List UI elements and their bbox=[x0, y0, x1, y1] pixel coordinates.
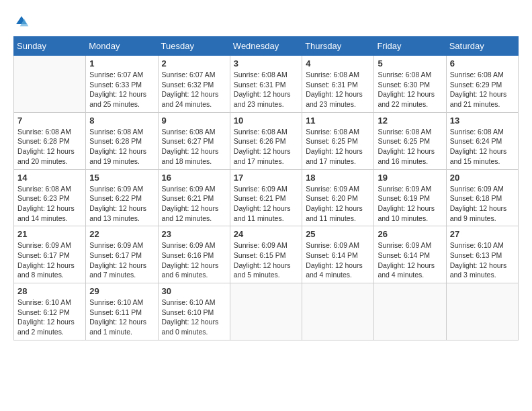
day-cell: 20Sunrise: 6:09 AM Sunset: 6:18 PM Dayli… bbox=[446, 169, 518, 226]
day-info: Sunrise: 6:08 AM Sunset: 6:23 PM Dayligh… bbox=[17, 184, 82, 224]
day-info: Sunrise: 6:10 AM Sunset: 6:13 PM Dayligh… bbox=[450, 240, 515, 280]
day-cell: 1Sunrise: 6:07 AM Sunset: 6:33 PM Daylig… bbox=[86, 56, 158, 113]
day-cell bbox=[374, 283, 446, 340]
day-number: 22 bbox=[89, 229, 154, 239]
day-number: 7 bbox=[17, 116, 82, 126]
day-cell bbox=[14, 56, 86, 113]
day-cell: 3Sunrise: 6:08 AM Sunset: 6:31 PM Daylig… bbox=[230, 56, 302, 113]
calendar-table: SundayMondayTuesdayWednesdayThursdayFrid… bbox=[13, 36, 519, 340]
day-info: Sunrise: 6:08 AM Sunset: 6:28 PM Dayligh… bbox=[17, 127, 82, 167]
day-number: 21 bbox=[17, 229, 82, 239]
day-info: Sunrise: 6:10 AM Sunset: 6:12 PM Dayligh… bbox=[17, 298, 82, 337]
day-cell: 9Sunrise: 6:08 AM Sunset: 6:27 PM Daylig… bbox=[158, 112, 230, 169]
week-row-3: 14Sunrise: 6:08 AM Sunset: 6:23 PM Dayli… bbox=[14, 169, 519, 226]
day-number: 18 bbox=[306, 173, 370, 183]
day-number: 25 bbox=[306, 229, 370, 239]
day-cell: 5Sunrise: 6:08 AM Sunset: 6:30 PM Daylig… bbox=[374, 56, 446, 113]
day-cell: 13Sunrise: 6:08 AM Sunset: 6:24 PM Dayli… bbox=[446, 112, 518, 169]
day-info: Sunrise: 6:09 AM Sunset: 6:17 PM Dayligh… bbox=[17, 240, 82, 280]
day-info: Sunrise: 6:09 AM Sunset: 6:14 PM Dayligh… bbox=[306, 240, 370, 280]
day-number: 20 bbox=[450, 173, 515, 183]
day-cell: 16Sunrise: 6:09 AM Sunset: 6:21 PM Dayli… bbox=[158, 169, 230, 226]
day-info: Sunrise: 6:08 AM Sunset: 6:31 PM Dayligh… bbox=[306, 70, 370, 109]
day-info: Sunrise: 6:08 AM Sunset: 6:27 PM Dayligh… bbox=[162, 127, 226, 167]
day-cell: 27Sunrise: 6:10 AM Sunset: 6:13 PM Dayli… bbox=[446, 226, 518, 283]
week-row-2: 7Sunrise: 6:08 AM Sunset: 6:28 PM Daylig… bbox=[14, 112, 519, 169]
day-number: 29 bbox=[89, 286, 154, 296]
weekday-header-friday: Friday bbox=[374, 37, 446, 56]
day-number: 5 bbox=[378, 58, 442, 68]
day-cell bbox=[446, 283, 518, 340]
day-number: 15 bbox=[89, 173, 154, 183]
day-info: Sunrise: 6:08 AM Sunset: 6:31 PM Dayligh… bbox=[234, 70, 298, 109]
day-cell: 30Sunrise: 6:10 AM Sunset: 6:10 PM Dayli… bbox=[158, 283, 230, 340]
weekday-header-wednesday: Wednesday bbox=[230, 37, 302, 56]
day-info: Sunrise: 6:10 AM Sunset: 6:10 PM Dayligh… bbox=[162, 298, 226, 337]
day-info: Sunrise: 6:08 AM Sunset: 6:25 PM Dayligh… bbox=[378, 127, 442, 167]
day-cell bbox=[302, 283, 374, 340]
day-info: Sunrise: 6:08 AM Sunset: 6:24 PM Dayligh… bbox=[450, 127, 515, 167]
day-info: Sunrise: 6:09 AM Sunset: 6:15 PM Dayligh… bbox=[234, 240, 298, 280]
day-info: Sunrise: 6:08 AM Sunset: 6:28 PM Dayligh… bbox=[89, 127, 154, 167]
weekday-header-saturday: Saturday bbox=[446, 37, 518, 56]
week-row-1: 1Sunrise: 6:07 AM Sunset: 6:33 PM Daylig… bbox=[14, 56, 519, 113]
day-cell: 23Sunrise: 6:09 AM Sunset: 6:16 PM Dayli… bbox=[158, 226, 230, 283]
day-cell: 19Sunrise: 6:09 AM Sunset: 6:19 PM Dayli… bbox=[374, 169, 446, 226]
day-cell: 10Sunrise: 6:08 AM Sunset: 6:26 PM Dayli… bbox=[230, 112, 302, 169]
day-cell: 18Sunrise: 6:09 AM Sunset: 6:20 PM Dayli… bbox=[302, 169, 374, 226]
page-header bbox=[13, 13, 519, 30]
day-number: 8 bbox=[89, 116, 154, 126]
weekday-header-monday: Monday bbox=[86, 37, 158, 56]
day-number: 19 bbox=[378, 173, 442, 183]
day-info: Sunrise: 6:08 AM Sunset: 6:30 PM Dayligh… bbox=[378, 70, 442, 109]
day-info: Sunrise: 6:09 AM Sunset: 6:17 PM Dayligh… bbox=[89, 240, 154, 280]
day-number: 23 bbox=[162, 229, 226, 239]
day-cell: 2Sunrise: 6:07 AM Sunset: 6:32 PM Daylig… bbox=[158, 56, 230, 113]
day-cell: 21Sunrise: 6:09 AM Sunset: 6:17 PM Dayli… bbox=[14, 226, 86, 283]
day-number: 14 bbox=[17, 173, 82, 183]
day-info: Sunrise: 6:08 AM Sunset: 6:26 PM Dayligh… bbox=[234, 127, 298, 167]
day-number: 17 bbox=[234, 173, 298, 183]
day-cell: 7Sunrise: 6:08 AM Sunset: 6:28 PM Daylig… bbox=[14, 112, 86, 169]
day-number: 3 bbox=[234, 58, 298, 68]
day-number: 27 bbox=[450, 229, 515, 239]
day-info: Sunrise: 6:07 AM Sunset: 6:32 PM Dayligh… bbox=[162, 70, 226, 109]
day-cell: 14Sunrise: 6:08 AM Sunset: 6:23 PM Dayli… bbox=[14, 169, 86, 226]
day-info: Sunrise: 6:09 AM Sunset: 6:20 PM Dayligh… bbox=[306, 184, 370, 224]
day-cell: 28Sunrise: 6:10 AM Sunset: 6:12 PM Dayli… bbox=[14, 283, 86, 340]
day-info: Sunrise: 6:09 AM Sunset: 6:21 PM Dayligh… bbox=[234, 184, 298, 224]
day-cell: 11Sunrise: 6:08 AM Sunset: 6:25 PM Dayli… bbox=[302, 112, 374, 169]
day-number: 24 bbox=[234, 229, 298, 239]
day-cell: 8Sunrise: 6:08 AM Sunset: 6:28 PM Daylig… bbox=[86, 112, 158, 169]
day-number: 4 bbox=[306, 58, 370, 68]
day-number: 2 bbox=[162, 58, 226, 68]
day-cell: 29Sunrise: 6:10 AM Sunset: 6:11 PM Dayli… bbox=[86, 283, 158, 340]
day-info: Sunrise: 6:09 AM Sunset: 6:21 PM Dayligh… bbox=[162, 184, 226, 224]
day-number: 13 bbox=[450, 116, 515, 126]
logo bbox=[13, 13, 32, 30]
day-cell bbox=[230, 283, 302, 340]
day-info: Sunrise: 6:08 AM Sunset: 6:25 PM Dayligh… bbox=[306, 127, 370, 167]
weekday-header-thursday: Thursday bbox=[302, 37, 374, 56]
day-cell: 26Sunrise: 6:09 AM Sunset: 6:14 PM Dayli… bbox=[374, 226, 446, 283]
day-cell: 17Sunrise: 6:09 AM Sunset: 6:21 PM Dayli… bbox=[230, 169, 302, 226]
day-number: 26 bbox=[378, 229, 442, 239]
day-cell: 24Sunrise: 6:09 AM Sunset: 6:15 PM Dayli… bbox=[230, 226, 302, 283]
weekday-header-tuesday: Tuesday bbox=[158, 37, 230, 56]
day-number: 30 bbox=[162, 286, 226, 296]
day-cell: 25Sunrise: 6:09 AM Sunset: 6:14 PM Dayli… bbox=[302, 226, 374, 283]
weekday-header-row: SundayMondayTuesdayWednesdayThursdayFrid… bbox=[14, 37, 519, 56]
day-number: 16 bbox=[162, 173, 226, 183]
day-cell: 15Sunrise: 6:09 AM Sunset: 6:22 PM Dayli… bbox=[86, 169, 158, 226]
day-info: Sunrise: 6:09 AM Sunset: 6:19 PM Dayligh… bbox=[378, 184, 442, 224]
day-info: Sunrise: 6:09 AM Sunset: 6:22 PM Dayligh… bbox=[89, 184, 154, 224]
day-number: 6 bbox=[450, 58, 515, 68]
week-row-4: 21Sunrise: 6:09 AM Sunset: 6:17 PM Dayli… bbox=[14, 226, 519, 283]
day-number: 12 bbox=[378, 116, 442, 126]
day-cell: 4Sunrise: 6:08 AM Sunset: 6:31 PM Daylig… bbox=[302, 56, 374, 113]
day-number: 10 bbox=[234, 116, 298, 126]
day-cell: 12Sunrise: 6:08 AM Sunset: 6:25 PM Dayli… bbox=[374, 112, 446, 169]
weekday-header-sunday: Sunday bbox=[14, 37, 86, 56]
week-row-5: 28Sunrise: 6:10 AM Sunset: 6:12 PM Dayli… bbox=[14, 283, 519, 340]
day-info: Sunrise: 6:08 AM Sunset: 6:29 PM Dayligh… bbox=[450, 70, 515, 109]
